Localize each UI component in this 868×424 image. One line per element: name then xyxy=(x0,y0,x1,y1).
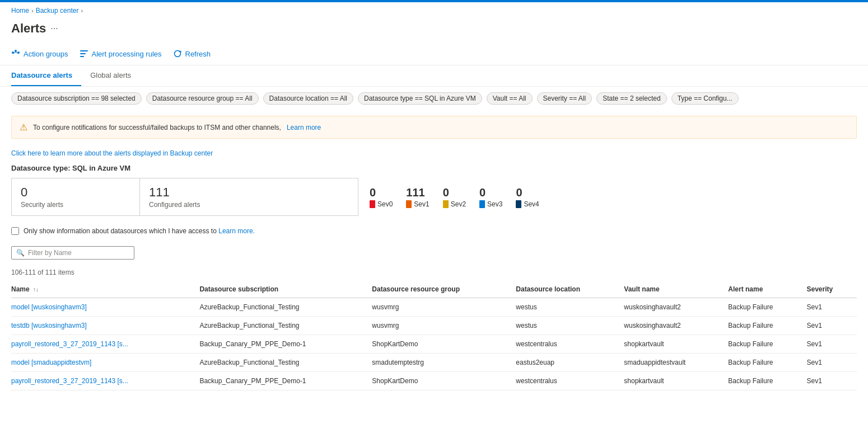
col-location: Datasource location xyxy=(516,281,624,298)
access-checkbox-label[interactable]: Only show information about datasources … xyxy=(24,227,255,235)
configured-alerts-stat[interactable]: 111 Configured alerts xyxy=(140,178,358,216)
cell-severity-0: Sev1 xyxy=(807,298,857,317)
sev0-dot xyxy=(370,200,375,208)
name-link-3[interactable]: model [smaduappidtestvm] xyxy=(11,359,91,366)
name-link-4[interactable]: payroll_restored_3_27_2019_1143 [s... xyxy=(11,377,128,385)
cell-vault-1: wuskosinghavault2 xyxy=(624,317,728,335)
sort-name-icon[interactable]: ↑↓ xyxy=(33,286,39,293)
cell-alert-name-0: Backup Failure xyxy=(728,298,806,317)
sev2-stat[interactable]: 0 Sev2 xyxy=(443,186,466,208)
checkbox-learn-more-link[interactable]: Learn more. xyxy=(218,227,255,235)
filter-vault[interactable]: Vault == All xyxy=(487,92,533,105)
alert-processing-rules-label: Alert processing rules xyxy=(92,50,162,58)
sev1-label: Sev1 xyxy=(414,200,429,208)
cell-vault-4: shopkartvault xyxy=(624,372,728,390)
configured-alerts-number: 111 xyxy=(149,185,349,200)
name-link-2[interactable]: payroll_restored_3_27_2019_1143 [s... xyxy=(11,340,128,348)
cell-alert-name-3: Backup Failure xyxy=(728,354,806,372)
col-name: Name ↑↓ xyxy=(11,281,199,298)
col-alert-name: Alert name xyxy=(728,281,806,298)
sev1-number: 111 xyxy=(406,186,424,199)
sev3-stat[interactable]: 0 Sev3 xyxy=(479,186,502,208)
filters-row: Datasource subscription == 98 selected D… xyxy=(0,87,868,110)
table-row: testdb [wuskosinghavm3] AzureBackup_Func… xyxy=(11,317,857,335)
filter-state[interactable]: State == 2 selected xyxy=(596,92,666,105)
tab-datasource-alerts[interactable]: Datasource alerts xyxy=(11,65,81,86)
item-count: 106-111 of 111 items xyxy=(0,266,868,281)
refresh-label: Refresh xyxy=(185,50,211,58)
cell-subscription-0: AzureBackup_Functional_Testing xyxy=(199,298,372,317)
access-checkbox[interactable] xyxy=(11,227,19,235)
action-groups-button[interactable]: Action groups xyxy=(11,47,68,60)
cell-name-1: testdb [wuskosinghavm3] xyxy=(11,317,199,335)
breadcrumb-separator-1: › xyxy=(31,7,34,14)
search-box: 🔍 xyxy=(11,246,134,260)
page-header: Alerts ··· xyxy=(0,19,868,43)
severity-stats-container: 0 Sev0 111 Sev1 0 Sev2 0 Sev3 xyxy=(358,178,539,216)
cell-location-3: eastus2euap xyxy=(516,354,624,372)
refresh-button[interactable]: Refresh xyxy=(173,47,211,60)
col-vault: Vault name xyxy=(624,281,728,298)
stats-container: 0 Security alerts 111 Configured alerts … xyxy=(0,178,868,223)
security-alerts-stat[interactable]: 0 Security alerts xyxy=(11,178,140,216)
search-row: 🔍 xyxy=(0,242,868,266)
warning-icon: ⚠ xyxy=(20,122,27,133)
sev1-stat[interactable]: 111 Sev1 xyxy=(406,186,429,208)
cell-location-0: westus xyxy=(516,298,624,317)
breadcrumb-separator-2: › xyxy=(81,7,83,14)
svg-rect-7 xyxy=(80,56,84,57)
security-alerts-number: 0 xyxy=(21,185,130,200)
sev2-dot xyxy=(443,200,449,208)
sev4-dot xyxy=(516,200,521,208)
svg-rect-2 xyxy=(15,50,17,52)
alert-processing-rules-icon xyxy=(80,49,88,58)
table-header-row: Name ↑↓ Datasource subscription Datasour… xyxy=(11,281,857,298)
info-link-container: Click here to learn more about the alert… xyxy=(0,144,868,162)
search-icon: 🔍 xyxy=(16,249,25,257)
sev4-number: 0 xyxy=(516,186,522,199)
breadcrumb: Home › Backup center › xyxy=(0,2,868,19)
sev3-number: 0 xyxy=(479,186,486,199)
cell-resource-group-2: ShopKartDemo xyxy=(372,335,516,354)
table-row: model [wuskosinghavm3] AzureBackup_Funct… xyxy=(11,298,857,317)
warning-learn-more-link[interactable]: Learn more xyxy=(287,124,321,131)
sev0-stat[interactable]: 0 Sev0 xyxy=(370,186,393,208)
alert-processing-rules-button[interactable]: Alert processing rules xyxy=(80,47,162,60)
search-input[interactable] xyxy=(28,249,129,257)
datasource-type-label: Datasource type: SQL in Azure VM xyxy=(0,162,868,178)
table-container: Name ↑↓ Datasource subscription Datasour… xyxy=(0,281,868,390)
sev0-label: Sev0 xyxy=(377,200,393,208)
cell-subscription-4: Backup_Canary_PM_PPE_Demo-1 xyxy=(199,372,372,390)
sev4-stat[interactable]: 0 Sev4 xyxy=(516,186,539,208)
sev3-label: Sev3 xyxy=(487,200,502,208)
breadcrumb-home[interactable]: Home xyxy=(11,7,29,15)
cell-name-3: model [smaduappidtestvm] xyxy=(11,354,199,372)
breadcrumb-backup-center[interactable]: Backup center xyxy=(36,7,79,15)
filter-severity[interactable]: Severity == All xyxy=(537,92,592,105)
filter-resource-group[interactable]: Datasource resource group == All xyxy=(146,92,259,105)
tabs-container: Datasource alerts Global alerts xyxy=(0,65,868,87)
name-link-1[interactable]: testdb [wuskosinghavm3] xyxy=(11,322,87,329)
filter-datasource-type[interactable]: Datasource type == SQL in Azure VM xyxy=(358,92,482,105)
cell-location-1: westus xyxy=(516,317,624,335)
sev0-number: 0 xyxy=(370,186,376,199)
cell-resource-group-0: wusvmrg xyxy=(372,298,516,317)
cell-severity-2: Sev1 xyxy=(807,335,857,354)
cell-resource-group-4: ShopKartDemo xyxy=(372,372,516,390)
filter-subscription[interactable]: Datasource subscription == 98 selected xyxy=(11,92,142,105)
svg-rect-5 xyxy=(80,50,88,51)
filter-type[interactable]: Type == Configu... xyxy=(671,92,739,105)
cell-subscription-3: AzureBackup_Functional_Testing xyxy=(199,354,372,372)
tab-global-alerts[interactable]: Global alerts xyxy=(90,65,140,86)
name-link-0[interactable]: model [wuskosinghavm3] xyxy=(11,303,87,311)
warning-text: To configure notifications for successfu… xyxy=(33,124,281,131)
info-link[interactable]: Click here to learn more about the alert… xyxy=(11,149,213,157)
alerts-table: Name ↑↓ Datasource subscription Datasour… xyxy=(11,281,857,390)
cell-subscription-2: Backup_Canary_PM_PPE_Demo-1 xyxy=(199,335,372,354)
cell-alert-name-4: Backup Failure xyxy=(728,372,806,390)
checkbox-row: Only show information about datasources … xyxy=(0,223,868,242)
page-menu-icon[interactable]: ··· xyxy=(50,23,58,34)
sev2-number: 0 xyxy=(443,186,449,199)
filter-location[interactable]: Datasource location == All xyxy=(263,92,353,105)
col-resource-group: Datasource resource group xyxy=(372,281,516,298)
